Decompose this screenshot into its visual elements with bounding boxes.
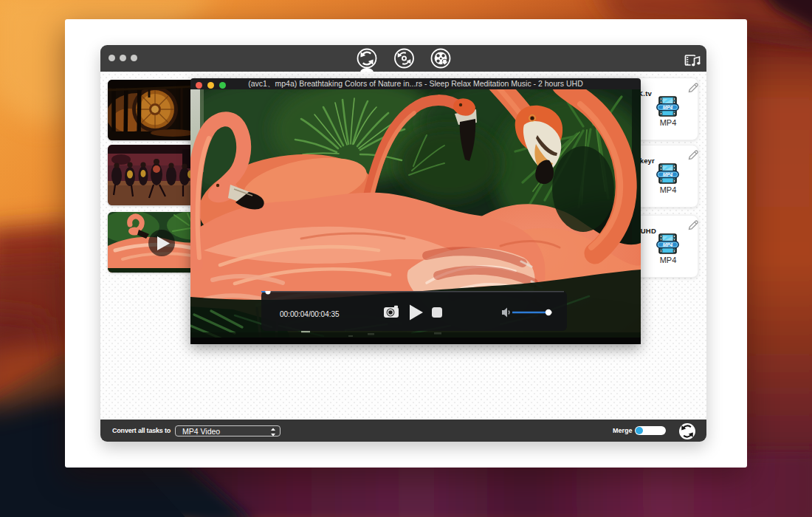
svg-text:MP4: MP4 bbox=[663, 242, 673, 247]
svg-text:MP4: MP4 bbox=[663, 172, 673, 177]
svg-text:MP4: MP4 bbox=[663, 105, 673, 110]
